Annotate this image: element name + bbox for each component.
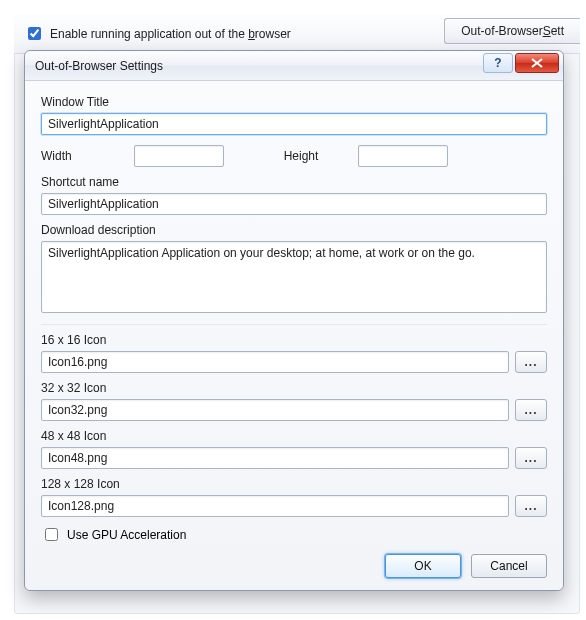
enable-oob-checkbox-label[interactable]: Enable running application out of the br… xyxy=(24,24,291,43)
icon16-input[interactable] xyxy=(41,351,509,373)
icon128-label: 128 x 128 Icon xyxy=(41,477,547,491)
cancel-button[interactable]: Cancel xyxy=(471,554,547,578)
shortcut-name-label: Shortcut name xyxy=(41,175,547,189)
help-icon: ? xyxy=(494,56,501,70)
gpu-accel-checkbox[interactable] xyxy=(45,528,58,541)
window-title-label: Window Title xyxy=(41,95,547,109)
ellipsis-icon: ... xyxy=(524,499,537,513)
height-input[interactable] xyxy=(358,145,448,167)
oob-settings-button[interactable]: Out-of-Browser Sett xyxy=(444,18,580,44)
ok-button[interactable]: OK xyxy=(385,554,461,578)
enable-oob-checkbox[interactable] xyxy=(28,27,41,40)
dialog-titlebar: Out-of-Browser Settings ? xyxy=(25,51,563,81)
ellipsis-icon: ... xyxy=(524,403,537,417)
icon32-browse-button[interactable]: ... xyxy=(515,399,547,421)
oob-settings-dialog: Out-of-Browser Settings ? Window Title W… xyxy=(24,50,564,591)
shortcut-name-input[interactable] xyxy=(41,193,547,215)
height-label: Height xyxy=(284,149,319,163)
close-button[interactable] xyxy=(515,53,559,73)
icon32-input[interactable] xyxy=(41,399,509,421)
parent-options-strip: Enable running application out of the br… xyxy=(14,14,580,54)
window-title-input[interactable] xyxy=(41,113,547,135)
separator xyxy=(41,324,547,325)
icon128-input[interactable] xyxy=(41,495,509,517)
gpu-accel-label: Use GPU Acceleration xyxy=(67,528,186,542)
close-icon xyxy=(531,58,543,68)
ellipsis-icon: ... xyxy=(524,451,537,465)
icon32-label: 32 x 32 Icon xyxy=(41,381,547,395)
width-input[interactable] xyxy=(134,145,224,167)
ellipsis-icon: ... xyxy=(524,355,537,369)
icon16-label: 16 x 16 Icon xyxy=(41,333,547,347)
download-desc-input[interactable] xyxy=(41,241,547,313)
dialog-body: Window Title Width Height Shortcut name … xyxy=(25,81,563,590)
help-button[interactable]: ? xyxy=(483,53,513,73)
icon48-input[interactable] xyxy=(41,447,509,469)
download-desc-label: Download description xyxy=(41,223,547,237)
icon16-browse-button[interactable]: ... xyxy=(515,351,547,373)
enable-oob-text: Enable running application out of the br… xyxy=(50,27,291,41)
width-label: Width xyxy=(41,149,72,163)
icon128-browse-button[interactable]: ... xyxy=(515,495,547,517)
icon48-browse-button[interactable]: ... xyxy=(515,447,547,469)
icon48-label: 48 x 48 Icon xyxy=(41,429,547,443)
